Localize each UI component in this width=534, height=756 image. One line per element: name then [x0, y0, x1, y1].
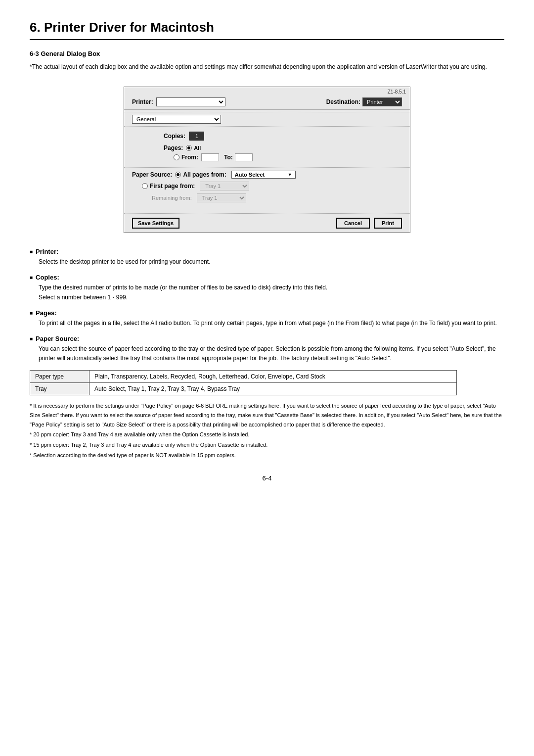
page-number: 6-4	[30, 474, 504, 482]
destination-label: Destination:	[326, 98, 360, 105]
desc-paper-source: Paper Source: You can select the source …	[30, 335, 504, 363]
all-pages-label: All pages from:	[183, 171, 226, 178]
printer-label: Printer:	[132, 98, 153, 105]
table-cell-tray-label: Tray	[30, 383, 89, 395]
table-cell-paper-type-label: Paper type	[30, 371, 89, 383]
desc-printer-text: Selects the desktop printer to be used f…	[39, 257, 504, 267]
printer-destination-row: Printer: Destination: Printer	[124, 95, 410, 110]
copies-label: Copies:	[164, 133, 185, 140]
dialog-box: Z1-8.5.1 Printer: Destination: Printer G…	[124, 87, 410, 233]
desc-pages: Pages: To print all of the pages in a fi…	[30, 309, 504, 328]
copies-input[interactable]	[189, 132, 204, 141]
footnote-1: * It is necessary to perform the setting…	[30, 401, 504, 429]
remaining-row: Remaining from: Tray 1	[152, 193, 410, 202]
pages-section: Pages: All From: To:	[124, 142, 410, 165]
footnote-3: * 15 ppm copier: Tray 2, Tray 3 and Tray…	[30, 440, 504, 450]
pages-all-row: Pages: All	[164, 144, 410, 151]
destination-select[interactable]: Printer	[362, 97, 402, 106]
pages-to-input[interactable]	[235, 153, 253, 161]
table-cell-paper-type-value: Plain, Transparency, Labels, Recycled, R…	[89, 371, 457, 383]
desc-pages-heading: Pages:	[30, 309, 504, 317]
pages-all-label: All	[194, 145, 201, 151]
general-select[interactable]: General	[132, 115, 221, 124]
pages-from-radio[interactable]	[174, 154, 179, 160]
remaining-tray-select[interactable]: Tray 1	[197, 193, 246, 202]
pages-all-radio[interactable]	[186, 145, 192, 151]
pages-to-label: To:	[224, 154, 233, 161]
footnote-4: * Selection according to the desired typ…	[30, 451, 504, 460]
paper-info-table: Paper type Plain, Transparency, Labels, …	[30, 370, 457, 395]
first-page-label: First page from:	[150, 183, 195, 189]
desc-pages-text: To print all of the pages in a file, sel…	[39, 319, 504, 328]
paper-source-label: Paper Source:	[132, 171, 172, 178]
remaining-label: Remaining from:	[152, 195, 192, 201]
print-button[interactable]: Print	[374, 218, 402, 229]
action-buttons: Cancel Print	[336, 218, 402, 229]
footnotes-section: * It is necessary to perform the setting…	[30, 401, 504, 460]
first-page-row: First page from: Tray 1	[142, 182, 410, 190]
all-pages-radio[interactable]	[175, 172, 181, 178]
footnote-2: * 20 ppm copier: Tray 3 and Tray 4 are a…	[30, 430, 504, 439]
page-title: 6. Printer Driver for Macintosh	[30, 20, 504, 40]
pages-label: Pages:	[164, 144, 183, 151]
cancel-button[interactable]: Cancel	[336, 218, 370, 229]
destination-area: Destination: Printer	[326, 97, 402, 106]
general-row: General	[124, 112, 410, 127]
descriptions-section: Printer: Selects the desktop printer to …	[30, 248, 504, 363]
save-settings-button[interactable]: Save Settings	[132, 218, 179, 229]
table-row: Paper type Plain, Transparency, Labels, …	[30, 371, 457, 383]
table-cell-tray-value: Auto Select, Tray 1, Tray 2, Tray 3, Tra…	[89, 383, 457, 395]
printer-select[interactable]	[156, 97, 225, 106]
paper-source-section: Paper Source: All pages from: Auto Selec…	[124, 167, 410, 209]
pages-from-row: From: To:	[174, 153, 410, 161]
auto-select-value: Auto Select	[235, 172, 265, 178]
copies-row: Copies:	[124, 129, 410, 142]
desc-copies-text: Type the desired number of prints to be …	[39, 283, 504, 302]
pages-from-input[interactable]	[201, 153, 219, 161]
version-bar: Z1-8.5.1	[124, 87, 410, 95]
version-label: Z1-8.5.1	[388, 89, 406, 94]
desc-copies-heading: Copies:	[30, 274, 504, 281]
desc-paper-source-text: You can select the source of paper feed …	[39, 344, 504, 363]
printer-area: Printer:	[132, 97, 326, 106]
desc-printer-heading: Printer:	[30, 248, 504, 255]
pages-from-label: From:	[181, 154, 198, 161]
intro-text: *The actual layout of each dialog box an…	[30, 62, 504, 72]
auto-select-dropdown[interactable]: Auto Select ▼	[231, 171, 296, 179]
desc-copies: Copies: Type the desired number of print…	[30, 274, 504, 302]
first-page-tray-select[interactable]: Tray 1	[200, 182, 249, 190]
table-row: Tray Auto Select, Tray 1, Tray 2, Tray 3…	[30, 383, 457, 395]
all-pages-row: Paper Source: All pages from: Auto Selec…	[132, 171, 410, 179]
dialog-wrapper: Z1-8.5.1 Printer: Destination: Printer G…	[30, 87, 504, 233]
desc-printer: Printer: Selects the desktop printer to …	[30, 248, 504, 267]
auto-select-arrow: ▼	[288, 172, 292, 177]
desc-paper-source-heading: Paper Source:	[30, 335, 504, 342]
first-page-radio[interactable]	[142, 183, 148, 189]
dialog-bottom-bar: Save Settings Cancel Print	[124, 213, 410, 233]
section-heading: 6-3 General Dialog Box	[30, 50, 504, 57]
